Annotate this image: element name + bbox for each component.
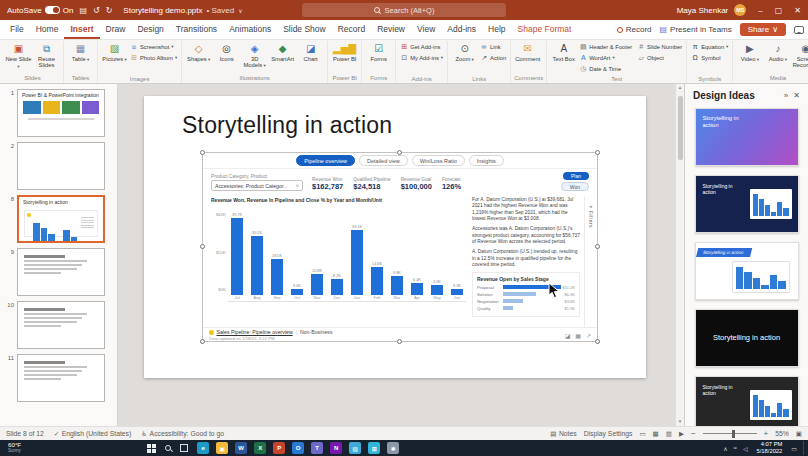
open-report-icon[interactable]: ↗ [586,332,591,339]
language-button[interactable]: ✓ English (United States) [54,430,131,438]
powerbi-dashboard-object[interactable]: Pipeline overviewDetailed viewWin/Loss R… [202,152,598,342]
selection-handle[interactable] [200,150,205,155]
ribbon-new-slide-button[interactable]: ▣New Slide ▾ [5,41,32,73]
menu-tab-draw[interactable]: Draw [100,20,132,39]
zoom-in-button[interactable]: + [764,429,769,438]
slide-thumbnail-box[interactable] [17,248,105,296]
ribbon-power-bi-button[interactable]: ▂▅▇Power BI [331,41,358,73]
slide-thumbnail-8[interactable]: 8Storytelling in action [4,195,113,243]
selection-handle[interactable] [595,244,600,249]
taskbar-photos-icon[interactable]: ▨ [349,442,361,454]
present-in-teams-button[interactable]: ▤ Present in Teams [660,25,732,34]
scrollbar-thumb[interactable] [678,96,683,160]
taskbar-edge-icon[interactable]: e [197,442,209,454]
ribbon-action-button[interactable]: ↗Action [479,52,507,63]
taskbar-word-icon[interactable]: W [235,442,247,454]
close-button[interactable]: ✕ [794,6,801,15]
menu-tab-design[interactable]: Design [131,20,169,39]
menu-tab-add-ins[interactable]: Add-ins [441,20,482,39]
menu-tab-insert[interactable]: Insert [64,20,99,39]
weather-widget[interactable]: 60°F Sunny [0,442,29,454]
autosave-toggle[interactable]: AutoSave On [7,6,73,15]
zoom-slider[interactable] [703,433,757,435]
undo-icon[interactable]: ↺ [93,6,100,15]
bar[interactable] [331,279,344,295]
bar[interactable] [391,276,404,295]
ribbon-header-footer-button[interactable]: ▤Header & Footer [578,41,633,52]
slide-thumbnail-9[interactable]: 9 [4,248,113,296]
close-panel-icon[interactable]: ✕ [793,91,800,100]
ribbon-link-button[interactable]: ∞Link [479,41,507,52]
menu-tab-view[interactable]: View [411,20,441,39]
selection-handle[interactable] [397,339,402,344]
design-idea-5[interactable]: Storytelling in action [695,376,799,426]
record-button[interactable]: Record [617,25,652,34]
ribbon-photo-album-button[interactable]: ⊞Photo Album▾ [129,52,178,63]
maximize-button[interactable]: ▢ [775,6,783,15]
taskbar-settings-icon[interactable]: ✱ [387,442,399,454]
ribbon-video-button[interactable]: ▶Video ▾ [736,41,763,73]
selection-handle[interactable] [595,339,600,344]
ribbon-3d-models-button[interactable]: ◈3D Models ▾ [241,41,268,73]
vertical-scrollbar[interactable]: ▲ ▼ [675,84,684,426]
accessibility-button[interactable]: ♿ Accessibility: Good to go [141,430,224,438]
show-desktop-button[interactable] [803,441,806,455]
design-idea-4[interactable]: Storytelling in action [695,309,799,367]
slide-thumbnail-box[interactable]: Power BI & PowerPoint integration [17,89,105,137]
zoom-slider-thumb[interactable] [732,430,735,438]
design-idea-3[interactable]: Storytelling in action [695,242,799,300]
ribbon-pictures-button[interactable]: ▨Pictures ▾ [101,41,128,74]
ribbon-equation-button[interactable]: πEquation▾ [690,41,729,52]
taskbar-excel-icon[interactable]: X [254,442,266,454]
ribbon-zoom-button[interactable]: ⊙Zoom ▾ [451,41,478,74]
slide-thumbnail-2[interactable]: 2 [4,142,113,190]
slide-thumbnail-box[interactable]: Storytelling in action [17,195,105,243]
chart-view-icon[interactable]: ◪ [565,332,571,339]
collapse-panel-icon[interactable]: » [784,91,788,100]
ribbon-get-add-ins-button[interactable]: ⊞Get Add-ins [399,41,444,52]
dashboard-tab-win-loss-ratio[interactable]: Win/Loss Ratio [412,155,465,166]
filter-dropdown[interactable]: Accessories; Product Categor… ∨ [211,180,303,191]
slideshow-button[interactable]: ▶ [679,430,684,438]
scroll-down-icon[interactable]: ▼ [678,418,682,426]
redo-icon[interactable]: ↻ [106,6,113,15]
share-button[interactable]: Share ∨ [740,23,786,36]
bar[interactable] [351,230,364,295]
slide-thumbnail-box[interactable] [17,142,105,190]
selection-handle[interactable] [200,339,205,344]
bar[interactable] [251,236,264,295]
bar[interactable] [371,267,384,295]
ribbon-icons-button[interactable]: ◎Icons [213,41,240,73]
ribbon-screen-recording-button[interactable]: ◉Screen Recording [792,41,808,73]
document-title[interactable]: Storytelling demo.pptx • Saved ∨ [123,6,242,15]
filters-collapsed-pane[interactable]: « Filters [584,197,597,327]
bar[interactable] [271,259,284,295]
task-view-button[interactable] [180,444,188,452]
won-button[interactable]: Won [561,182,589,191]
taskbar-teams-icon[interactable]: T [311,442,323,454]
slide-thumbnail-11[interactable]: 11 [4,354,113,402]
taskbar-clock[interactable]: 4:07 PM 5/18/2022 [754,441,786,455]
menu-tab-file[interactable]: File [4,20,30,39]
slide-thumbnail-box[interactable] [17,301,105,349]
save-icon[interactable]: ▤ [79,6,87,15]
ribbon-date-time-button[interactable]: ◷Date & Time [578,63,633,74]
action-center-icon[interactable]: ▭ [791,445,797,452]
slide-sorter-view-button[interactable]: ▦ [653,430,659,438]
hidden-icons-chevron[interactable]: ∧ [723,445,727,452]
design-idea-1[interactable]: Storytelling in action [695,108,799,166]
bar[interactable] [431,285,444,295]
display-settings-button[interactable]: Display Settings [584,430,633,437]
menu-tab-review[interactable]: Review [371,20,411,39]
notes-button[interactable]: ▤ Notes [550,430,576,438]
design-idea-2[interactable]: Storytelling in action [695,175,799,233]
volume-icon[interactable]: ◁ [743,445,748,452]
zoom-percent[interactable]: 55% [775,430,789,437]
dashboard-tab-detailed-view[interactable]: Detailed view [359,155,408,166]
report-source-link[interactable]: Sales Pipeline: Pipeline overview [217,329,293,335]
ribbon-my-add-ins-button[interactable]: ⊡My Add-ins▾ [399,52,444,63]
menu-tab-animations[interactable]: Animations [223,20,277,39]
menu-tab-shape-format[interactable]: Shape Format [512,20,578,39]
bar[interactable] [231,218,244,295]
fit-slide-button[interactable]: ▣ [796,430,802,438]
